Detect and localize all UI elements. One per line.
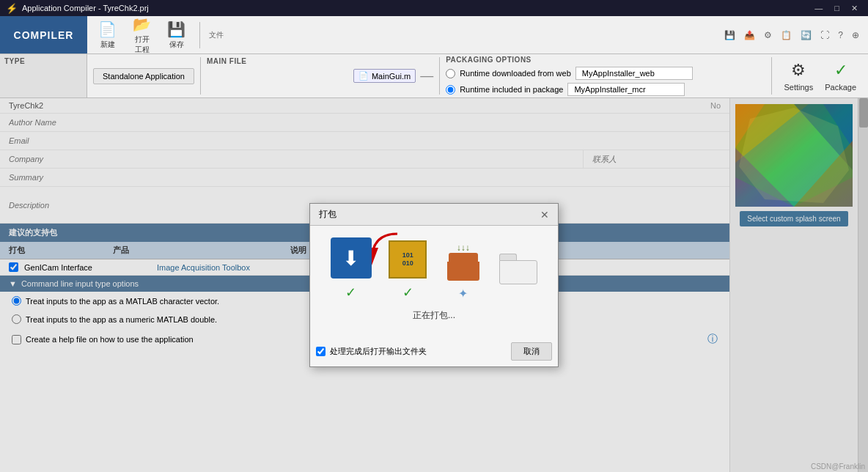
package-label: Package [825, 83, 856, 92]
pkg-label-web: Runtime downloaded from web [460, 69, 571, 78]
toolbar: COMPILER 📄 新建 📂 打开工程 💾 保存 文件 💾 📤 ⚙ 📋 🔄 ⛶… [0, 16, 868, 54]
standalone-app-tab[interactable]: Standalone Application [93, 68, 194, 84]
dialog-close-button[interactable]: ✕ [540, 209, 549, 221]
pkg-options: Runtime downloaded from web MyAppInstall… [440, 65, 771, 97]
pkg-option-1: Runtime downloaded from web MyAppInstall… [446, 67, 765, 80]
col-main-header: MAIN FILE [201, 54, 347, 97]
box-arrows-icon: ↓↓↓ [457, 243, 470, 253]
toolbar-btn-2[interactable]: 📤 [741, 29, 758, 42]
install-check: ✓ [345, 284, 356, 300]
file-label: 文件 [209, 30, 224, 40]
folder-icon-item: · [499, 254, 537, 300]
dialog-title-bar: 打包 ✕ [310, 204, 558, 226]
settings-button[interactable]: ⚙ Settings [784, 61, 813, 92]
new-button[interactable]: 📄 新建 [93, 17, 122, 54]
open-icon: 📂 [133, 15, 151, 33]
box-body [447, 262, 479, 281]
folder-tab [499, 254, 517, 260]
main-file-name: MainGui.m [372, 72, 411, 81]
compiler-label: COMPILER [0, 16, 87, 54]
package-button[interactable]: ✓ Package [825, 61, 856, 92]
packaging-dialog: 打包 ✕ [309, 203, 559, 367]
box-spinner: ✦ [458, 287, 468, 300]
type-content: Standalone Application [87, 54, 200, 97]
dialog-icons-row: ⬇ ✓ 101 010 ✓ [322, 237, 546, 300]
binary-icon-item: 101 010 ✓ [389, 240, 427, 300]
standalone-label: Standalone Application [103, 72, 185, 81]
settings-package-area: ⚙ Settings ✓ Package [772, 54, 868, 97]
open-button[interactable]: 📂 打开工程 [128, 12, 156, 59]
box-icon-item: ↓↓↓ ✦ [444, 243, 482, 300]
col-type-header: TYPE [0, 54, 87, 97]
dialog-checkbox-row: 处理完成后打开输出文件夹 [316, 346, 427, 357]
settings-label: Settings [784, 83, 813, 92]
box-top [449, 253, 478, 262]
remove-file-button[interactable]: — [420, 68, 433, 84]
col-pkg-header: PACKAGING OPTIONS [440, 54, 771, 65]
dialog-cancel-button[interactable]: 取消 [511, 342, 552, 361]
toolbar-right: 💾 📤 ⚙ 📋 🔄 ⛶ ? ⊕ [721, 16, 868, 54]
main-file-content: 📄 MainGui.m — [347, 54, 439, 97]
pkg-input-mcr[interactable]: MyAppInstaller_mcr [567, 83, 685, 96]
dialog-title-text: 打包 [319, 208, 336, 221]
new-label: 新建 [100, 40, 115, 50]
save-button[interactable]: 💾 保存 [162, 17, 191, 54]
pkg-radio-web[interactable] [446, 69, 455, 78]
dialog-overlay: 打包 ✕ [0, 98, 868, 472]
box-icon: ↓↓↓ [444, 243, 482, 281]
toolbar-btn-1[interactable]: 💾 [721, 29, 738, 42]
maximize-button[interactable]: □ [830, 2, 844, 15]
toolbar-btn-6[interactable]: ⛶ [817, 29, 832, 42]
install-icon: ⬇ [331, 237, 372, 279]
close-button[interactable]: ✕ [847, 2, 862, 15]
open-folder-checkbox[interactable] [316, 347, 326, 356]
folder-placeholder: · [518, 290, 520, 300]
toolbar-btn-4[interactable]: 📋 [778, 29, 795, 42]
toolbar-divider [199, 22, 200, 48]
pkg-option-2: Runtime included in package MyAppInstall… [446, 83, 765, 96]
help-button[interactable]: ? [835, 29, 846, 42]
settings-icon: ⚙ [791, 61, 806, 80]
main-file-tag: 📄 MainGui.m [353, 69, 416, 83]
binary-text-2: 010 [402, 259, 413, 268]
toolbar-btn-7[interactable]: ⊕ [849, 29, 862, 42]
dialog-footer: 处理完成后打开输出文件夹 取消 [310, 342, 558, 366]
folder-body [499, 260, 537, 284]
download-symbol: ⬇ [342, 246, 359, 270]
save-label: 保存 [169, 40, 184, 50]
binary-text-1: 101 [402, 251, 413, 259]
package-icon: ✓ [834, 61, 847, 80]
new-icon: 📄 [98, 21, 117, 38]
folder-icon [499, 254, 537, 284]
install-icon-item: ⬇ ✓ [331, 237, 372, 300]
binary-check: ✓ [402, 284, 413, 300]
save-icon: 💾 [167, 21, 185, 38]
progress-text: 正在打包... [322, 309, 546, 322]
minimize-button[interactable]: — [810, 2, 827, 15]
title-bar-controls[interactable]: — □ ✕ [810, 2, 862, 15]
app-icon: ⚡ [6, 3, 18, 14]
toolbar-btn-5[interactable]: 🔄 [798, 29, 814, 42]
pkg-label-mcr: Runtime included in package [460, 85, 563, 94]
pkg-radio-mcr[interactable] [446, 85, 455, 95]
pkg-input-web[interactable]: MyAppInstaller_web [575, 67, 693, 80]
toolbar-items: 📄 新建 📂 打开工程 💾 保存 文件 [87, 16, 229, 54]
app-config-row: TYPE Standalone Application MAIN FILE 📄 … [0, 54, 868, 98]
open-folder-label: 处理完成后打开输出文件夹 [330, 346, 427, 357]
binary-icon: 101 010 [389, 240, 427, 279]
open-label: 打开工程 [135, 34, 150, 55]
packaging-options-area: PACKAGING OPTIONS Runtime downloaded fro… [440, 54, 771, 97]
main-area: No [0, 98, 868, 472]
main-file-icon: 📄 [358, 71, 369, 81]
dialog-body: ⬇ ✓ 101 010 ✓ [310, 226, 558, 342]
toolbar-btn-3[interactable]: ⚙ [761, 29, 775, 42]
